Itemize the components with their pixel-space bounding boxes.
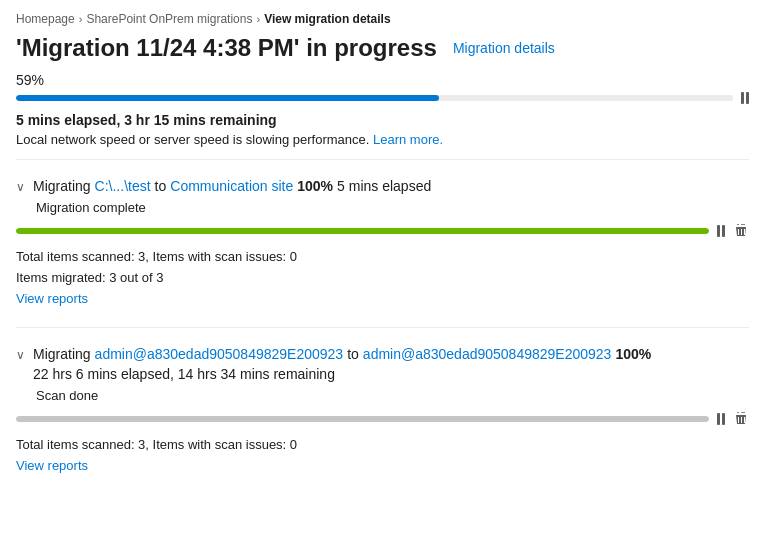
- pause-bar-right: [746, 92, 749, 104]
- pause-button-2[interactable]: [717, 413, 725, 425]
- pause-bar-1-right: [722, 225, 725, 237]
- chevron-icon-1[interactable]: ∨: [16, 180, 25, 194]
- dest-link-1[interactable]: Communication site: [170, 178, 293, 194]
- view-reports-link-2[interactable]: View reports: [16, 456, 88, 477]
- divider-top: [16, 159, 749, 160]
- migration-details-link[interactable]: Migration details: [453, 40, 555, 56]
- migrating-label-2: Migrating: [33, 346, 91, 362]
- divider-middle: [16, 327, 749, 328]
- pause-bar-left: [741, 92, 744, 104]
- migration-content-2: Migrating admin@a830edad9050849829E20092…: [33, 346, 749, 384]
- overall-time-elapsed: 5 mins elapsed, 3 hr 15 mins remaining: [16, 112, 749, 128]
- elapsed-2: 22 hrs 6 mins elapsed, 14 hrs 34 mins re…: [33, 366, 335, 382]
- breadcrumb-sep-2: ›: [256, 13, 260, 25]
- to-label-1: to: [155, 178, 167, 194]
- chevron-icon-2[interactable]: ∨: [16, 348, 25, 362]
- elapsed-1: 5 mins elapsed: [337, 178, 431, 194]
- pause-button-1[interactable]: [717, 225, 725, 237]
- dest-link-2[interactable]: admin@a830edad9050849829E200923: [363, 346, 612, 362]
- pause-bar-1-left: [717, 225, 720, 237]
- overall-progress-percent: 59%: [16, 72, 749, 88]
- pause-bar-2-right: [722, 413, 725, 425]
- breadcrumb-sep-1: ›: [79, 13, 83, 25]
- percent-1: 100%: [297, 178, 333, 194]
- overall-progress-track: [16, 95, 733, 101]
- percent-2: 100%: [615, 346, 651, 362]
- pause-bar-2-left: [717, 413, 720, 425]
- migration-progress-row-1: [16, 223, 749, 239]
- learn-more-link[interactable]: Learn more.: [373, 132, 443, 147]
- stat-line-1-0: Total items scanned: 3, Items with scan …: [16, 247, 749, 268]
- view-reports-link-1[interactable]: View reports: [16, 289, 88, 310]
- migration-action-icons-2: [717, 411, 749, 427]
- overall-warning: Local network speed or server speed is s…: [16, 132, 749, 147]
- migration-title-row-2: Migrating admin@a830edad9050849829E20092…: [33, 346, 749, 382]
- migration-action-icons-1: [717, 223, 749, 239]
- stat-line-1-1: Items migrated: 3 out of 3: [16, 268, 749, 289]
- migration-progress-fill-2: [16, 416, 709, 422]
- breadcrumb-sharepoint[interactable]: SharePoint OnPrem migrations: [86, 12, 252, 26]
- overall-pause-button[interactable]: [741, 92, 749, 104]
- migration-content-1: Migrating C:\...\test to Communication s…: [33, 178, 741, 196]
- migration-status-2: Scan done: [36, 388, 749, 403]
- migration-item-1: ∨ Migrating C:\...\test to Communication…: [16, 168, 749, 319]
- breadcrumb: Homepage › SharePoint OnPrem migrations …: [16, 12, 749, 26]
- stat-line-2-0: Total items scanned: 3, Items with scan …: [16, 435, 749, 456]
- overall-progress-bar-container: [16, 92, 749, 104]
- source-path-link-1[interactable]: C:\...\test: [95, 178, 151, 194]
- breadcrumb-current: View migration details: [264, 12, 390, 26]
- migration-progress-row-2: [16, 411, 749, 427]
- migration-progress-fill-1: [16, 228, 709, 234]
- migration-title-row-1: Migrating C:\...\test to Communication s…: [33, 178, 741, 194]
- overall-progress-fill: [16, 95, 439, 101]
- page-title: 'Migration 11/24 4:38 PM' in progress: [16, 34, 437, 62]
- breadcrumb-homepage[interactable]: Homepage: [16, 12, 75, 26]
- migration-status-1: Migration complete: [36, 200, 749, 215]
- migrating-label-1: Migrating: [33, 178, 91, 194]
- warning-text-content: Local network speed or server speed is s…: [16, 132, 369, 147]
- migration-progress-track-2: [16, 416, 709, 422]
- source-path-link-2[interactable]: admin@a830edad9050849829E200923: [95, 346, 344, 362]
- migration-stats-2: Total items scanned: 3, Items with scan …: [16, 435, 749, 477]
- migration-header-1: ∨ Migrating C:\...\test to Communication…: [16, 178, 749, 196]
- migration-item-2: ∨ Migrating admin@a830edad9050849829E200…: [16, 336, 749, 487]
- migration-progress-track-1: [16, 228, 709, 234]
- migration-stats-1: Total items scanned: 3, Items with scan …: [16, 247, 749, 309]
- delete-icon-1[interactable]: [733, 223, 749, 239]
- page-title-row: 'Migration 11/24 4:38 PM' in progress Mi…: [16, 34, 749, 62]
- delete-icon-2[interactable]: [733, 411, 749, 427]
- migration-header-2: ∨ Migrating admin@a830edad9050849829E200…: [16, 346, 749, 384]
- to-label-2: to: [347, 346, 359, 362]
